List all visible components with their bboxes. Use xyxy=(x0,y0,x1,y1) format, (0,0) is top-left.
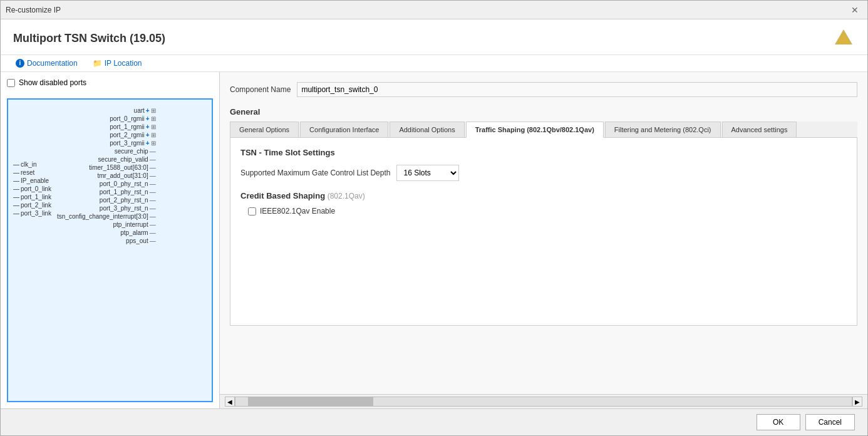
list-item: —clk_in xyxy=(13,161,57,168)
list-item: —port_1_link xyxy=(13,194,57,200)
list-item: port_2_phy_rst_n— xyxy=(100,197,156,204)
left-panel: Show disabled ports —clk_in —reset —IP_e… xyxy=(1,72,220,408)
ieee-enable-label: IEEE802.1Qav Enable xyxy=(260,207,335,215)
right-port-group: uart+⊞ port_0_rgmii+⊞ port_1_rgmii+⊞ por… xyxy=(57,105,156,396)
gate-control-dropdown[interactable]: 16 Slots 32 Slots 64 Slots 128 Slots xyxy=(396,165,459,181)
component-name-row: Component Name xyxy=(230,82,857,97)
window-title: Re-customize IP xyxy=(6,6,61,14)
component-name-input[interactable] xyxy=(297,82,857,97)
ieee-enable-checkbox[interactable] xyxy=(248,207,256,215)
list-item: —port_3_link xyxy=(13,210,57,217)
component-name-label: Component Name xyxy=(230,85,291,94)
show-disabled-label: Show disabled ports xyxy=(19,78,86,87)
list-item: timer_1588_out[63:0]— xyxy=(89,164,156,171)
cbs-section-title: Credit Based Shaping (802.1Qav) xyxy=(240,191,847,200)
list-item: —IP_enable xyxy=(13,177,57,184)
general-section-label: General xyxy=(230,107,857,117)
bottom-bar: OK Cancel xyxy=(1,408,867,435)
tab-config-interface[interactable]: Configuration Interface xyxy=(300,122,388,137)
cbs-subtitle: (802.1Qav) xyxy=(328,192,365,200)
folder-icon: 📁 xyxy=(93,59,102,68)
gate-control-row: Supported Maximum Gate Control List Dept… xyxy=(240,165,847,181)
list-item: tsn_config_change_interrupt[3:0]— xyxy=(57,213,156,220)
tsn-section-title: TSN - Time Slot Settings xyxy=(240,148,847,157)
toolbar: i Documentation 📁 IP Location xyxy=(1,55,867,72)
list-item: —reset xyxy=(13,169,57,176)
list-item: tmr_add_out[31:0]— xyxy=(98,172,156,179)
tab-additional-options[interactable]: Additional Options xyxy=(390,122,464,137)
cbs-section: Credit Based Shaping (802.1Qav) IEEE802.… xyxy=(240,191,847,215)
list-item: —port_0_link xyxy=(13,185,57,192)
tab-filtering-metering[interactable]: Filtering and Metering (802.Qci) xyxy=(605,122,721,137)
list-item: ptp_interrupt— xyxy=(113,221,156,228)
list-item: port_0_rgmii+⊞ xyxy=(110,115,155,122)
list-item: port_1_phy_rst_n— xyxy=(100,189,156,195)
title-bar: Re-customize IP ✕ xyxy=(1,1,867,19)
show-disabled-checkbox[interactable] xyxy=(7,79,15,87)
component-diagram: —clk_in —reset —IP_enable —port_0_link —… xyxy=(7,98,213,402)
app-title: Multiport TSN Switch (19.05) xyxy=(13,32,165,45)
list-item: —port_2_link xyxy=(13,202,57,209)
ip-location-label: IP Location xyxy=(105,59,142,68)
tab-advanced-settings[interactable]: Advanced settings xyxy=(722,122,797,137)
header: Multiport TSN Switch (19.05) xyxy=(1,19,867,55)
scroll-track[interactable] xyxy=(235,397,852,407)
ieee-enable-row: IEEE802.1Qav Enable xyxy=(248,207,847,215)
scroll-right-arrow[interactable]: ▶ xyxy=(852,397,862,407)
left-port-group: —clk_in —reset —IP_enable —port_0_link —… xyxy=(13,105,57,396)
main-window: Re-customize IP ✕ Multiport TSN Switch (… xyxy=(0,0,868,436)
list-item: port_3_phy_rst_n— xyxy=(100,205,156,212)
list-item: port_3_rgmii+⊞ xyxy=(110,140,155,147)
ok-button[interactable]: OK xyxy=(757,414,800,430)
tab-content: TSN - Time Slot Settings Supported Maxim… xyxy=(230,138,857,326)
list-item: port_0_phy_rst_n— xyxy=(100,180,156,187)
app-logo xyxy=(832,27,855,49)
close-button[interactable]: ✕ xyxy=(847,4,862,16)
content-area: Show disabled ports —clk_in —reset —IP_e… xyxy=(1,72,867,408)
scroll-left-arrow[interactable]: ◀ xyxy=(225,397,235,407)
list-item: port_1_rgmii+⊞ xyxy=(110,123,155,130)
list-item: secure_chip— xyxy=(115,148,156,155)
cancel-button[interactable]: Cancel xyxy=(805,414,855,430)
list-item: uart+⊞ xyxy=(134,107,156,114)
list-item: ptp_alarm— xyxy=(120,229,155,236)
show-disabled-row: Show disabled ports xyxy=(7,78,213,87)
info-icon: i xyxy=(16,59,24,68)
tab-traffic-shaping[interactable]: Traffic Shaping (802.1Qbv/802.1Qav) xyxy=(466,122,604,138)
tabs-container: General Options Configuration Interface … xyxy=(230,122,857,138)
documentation-label: Documentation xyxy=(27,59,78,68)
right-panel: Component Name General General Options C… xyxy=(220,72,867,408)
tab-general-options[interactable]: General Options xyxy=(230,122,299,137)
list-item: secure_chip_valid— xyxy=(98,156,156,163)
list-item: pps_out— xyxy=(126,237,156,244)
gate-control-label: Supported Maximum Gate Control List Dept… xyxy=(240,169,390,177)
scroll-thumb[interactable] xyxy=(248,397,373,406)
documentation-button[interactable]: i Documentation xyxy=(13,58,80,69)
ip-location-button[interactable]: 📁 IP Location xyxy=(90,58,145,69)
list-item: port_2_rgmii+⊞ xyxy=(110,132,155,138)
horizontal-scrollbar: ◀ ▶ xyxy=(220,394,867,408)
right-scroll-area[interactable]: Component Name General General Options C… xyxy=(220,72,867,394)
